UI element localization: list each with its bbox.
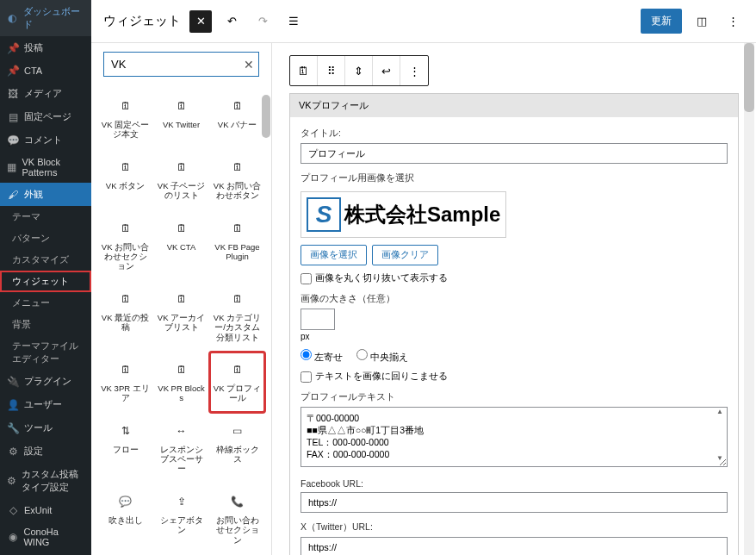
clear-search-icon[interactable]: ✕ — [244, 58, 254, 72]
block-item[interactable]: 🗓VK お問い合わせセクション — [98, 211, 152, 280]
block-icon: ⇪ — [173, 493, 190, 510]
block-item[interactable]: 🗓VK ボタン — [98, 150, 152, 209]
block-item[interactable]: 💬吹き出し — [98, 484, 152, 553]
more-block-options-button[interactable]: ⋮ — [400, 56, 428, 85]
block-label: VK PR Blocks — [156, 384, 207, 403]
select-image-button[interactable]: 画像を選択 — [301, 245, 367, 265]
sidebar-item-exunit[interactable]: ◇ExUnit — [0, 499, 91, 521]
block-search-input[interactable] — [103, 52, 259, 77]
pin-icon: 📌 — [7, 65, 19, 77]
block-item[interactable]: 🗓VK PR Blocks — [154, 352, 208, 412]
sidebar-item-tools[interactable]: 🔧ツール — [0, 416, 91, 440]
update-button[interactable]: 更新 — [641, 9, 682, 34]
widget-box: VKプロフィール タイトル: プロフィール用画像を選択 S 株式会社Sample — [289, 93, 739, 555]
sidebar-sub-theme[interactable]: テーマ — [0, 206, 91, 228]
undo-button[interactable]: ↶ — [220, 10, 243, 33]
block-item[interactable]: 🗓VK 子ページのリスト — [154, 150, 208, 209]
textarea-scrollbar[interactable]: ▲▼ — [714, 408, 726, 462]
wrap-text-label: テキストを画像に回りこませる — [315, 371, 448, 383]
block-item[interactable]: 🗓VK プロフィール — [210, 352, 264, 412]
round-image-checkbox[interactable] — [301, 273, 312, 284]
block-item[interactable]: 🗓VK 固定ページ本文 — [98, 89, 152, 148]
block-item[interactable]: 📞お問い合わせセクション — [210, 484, 264, 553]
block-icon: 💬 — [117, 493, 134, 510]
sidebar-sub-widget[interactable]: ウィジェット — [0, 271, 91, 292]
transform-button[interactable]: ↩ — [373, 56, 400, 85]
list-view-button[interactable]: ☰ — [282, 10, 305, 33]
pin-icon: 📌 — [7, 42, 19, 54]
sidebar-item-vkblock[interactable]: ▦VK Block Patterns — [0, 152, 91, 183]
image-size-input[interactable] — [301, 309, 335, 330]
wrap-text-checkbox[interactable] — [301, 371, 312, 383]
more-options-button[interactable]: ⋮ — [722, 10, 744, 33]
sidebar-item-appearance[interactable]: 🖌外観 — [0, 183, 91, 206]
block-type-button[interactable]: 🗓 — [290, 56, 318, 85]
align-center-radio[interactable] — [356, 349, 368, 360]
facebook-url-input[interactable] — [301, 492, 728, 513]
block-icon: ⇅ — [117, 422, 134, 440]
block-item[interactable]: ▭枠線ボックス — [210, 414, 264, 483]
block-label: VK アーカイブリスト — [156, 313, 207, 333]
sidebar-sub-menu[interactable]: メニュー — [0, 292, 91, 314]
sidebar-item-conoha[interactable]: ◉ConoHa WING — [0, 521, 91, 552]
block-label: VK CTA — [167, 242, 196, 252]
grid-icon: ▦ — [7, 161, 16, 173]
profile-textarea[interactable] — [301, 407, 728, 467]
twitter-url-input[interactable] — [301, 537, 728, 555]
move-button[interactable]: ⇕ — [345, 56, 373, 85]
block-label: VK 最近の投稿 — [100, 313, 151, 333]
block-item[interactable]: 🗓VK アーカイブリスト — [154, 282, 208, 351]
block-label: VK カテゴリー/カスタム分類リスト — [212, 313, 263, 342]
settings-panel-button[interactable]: ◫ — [691, 10, 713, 33]
block-item[interactable]: 🗓VK CTA — [154, 211, 208, 280]
drag-handle-button[interactable]: ⠿ — [318, 56, 345, 85]
block-item[interactable]: 🗓VK Twitter — [154, 89, 208, 148]
block-icon: 🗓 — [229, 220, 246, 237]
redo-button[interactable]: ↷ — [251, 10, 274, 33]
sidebar-item-comments[interactable]: 💬コメント — [0, 128, 91, 152]
sidebar-item-users[interactable]: 👤ユーザー — [0, 393, 91, 416]
block-item[interactable]: 🗓VK 3PR エリア — [98, 352, 152, 412]
block-item[interactable]: 🗓VK 最近の投稿 — [98, 282, 152, 351]
block-label: シェアボタン — [156, 515, 207, 535]
round-image-label: 画像を丸く切り抜いて表示する — [315, 272, 448, 284]
block-icon: 🗓 — [229, 290, 246, 308]
widget-header: VKプロフィール — [290, 94, 738, 117]
sidebar-sub-pattern[interactable]: パターン — [0, 228, 91, 249]
sidebar-item-pages[interactable]: ▤固定ページ — [0, 105, 91, 128]
block-label: VK プロフィール — [212, 384, 263, 403]
block-item[interactable]: ⇅フロー — [98, 414, 152, 483]
sidebar-item-posts[interactable]: 📌投稿 — [0, 36, 91, 59]
block-label: VK バナー — [218, 120, 257, 129]
sidebar-item-cpt[interactable]: ⚙カスタム投稿タイプ設定 — [0, 463, 91, 499]
close-inserter-button[interactable]: ✕ — [189, 10, 212, 33]
editor-scrollbar[interactable] — [744, 43, 754, 555]
title-input[interactable] — [301, 143, 728, 164]
sidebar-sub-bg[interactable]: 背景 — [0, 314, 91, 335]
sidebar-item-plugins[interactable]: 🔌プラグイン — [0, 370, 91, 393]
block-item[interactable]: 🗓VK カテゴリー/カスタム分類リスト — [210, 282, 264, 351]
block-item[interactable]: ↔レスポンシブスペーサー — [154, 414, 208, 483]
scrollbar[interactable] — [262, 95, 270, 138]
dashboard-icon: ◐ — [7, 12, 18, 24]
block-icon: 🗓 — [173, 159, 190, 176]
sidebar-item-settings[interactable]: ⚙設定 — [0, 440, 91, 463]
sidebar-sub-customize[interactable]: カスタマイズ — [0, 249, 91, 271]
pages-icon: ▤ — [7, 111, 19, 123]
block-icon: 🗓 — [173, 220, 190, 237]
block-item[interactable]: 🗓VK バナー — [210, 89, 264, 148]
block-item[interactable]: 🗓VK FB Page Plugin — [210, 211, 264, 280]
sidebar-item-cta[interactable]: 📌CTA — [0, 59, 91, 82]
wrench-icon: 🔧 — [7, 422, 19, 434]
topbar: ウィジェット ✕ ↶ ↷ ☰ 更新 ◫ ⋮ — [91, 0, 756, 43]
clear-image-button[interactable]: 画像クリア — [372, 245, 438, 265]
editor-canvas: 🗓 ⠿ ⇕ ↩ ⋮ VKプロフィール タイトル: プロフィール用画像を選択 — [272, 43, 756, 555]
sidebar-sub-editor[interactable]: テーマファイルエディター — [0, 335, 91, 370]
block-item[interactable]: 🗓VK お問い合わせボタン — [210, 150, 264, 209]
sidebar-item-dashboard[interactable]: ◐ダッシュボード — [0, 0, 91, 36]
block-icon: 🗓 — [117, 290, 134, 308]
block-label: 枠線ボックス — [212, 445, 263, 465]
block-item[interactable]: ⇪シェアボタン — [154, 484, 208, 553]
sidebar-item-media[interactable]: 🖾メディア — [0, 82, 91, 105]
align-left-radio[interactable] — [301, 349, 312, 360]
